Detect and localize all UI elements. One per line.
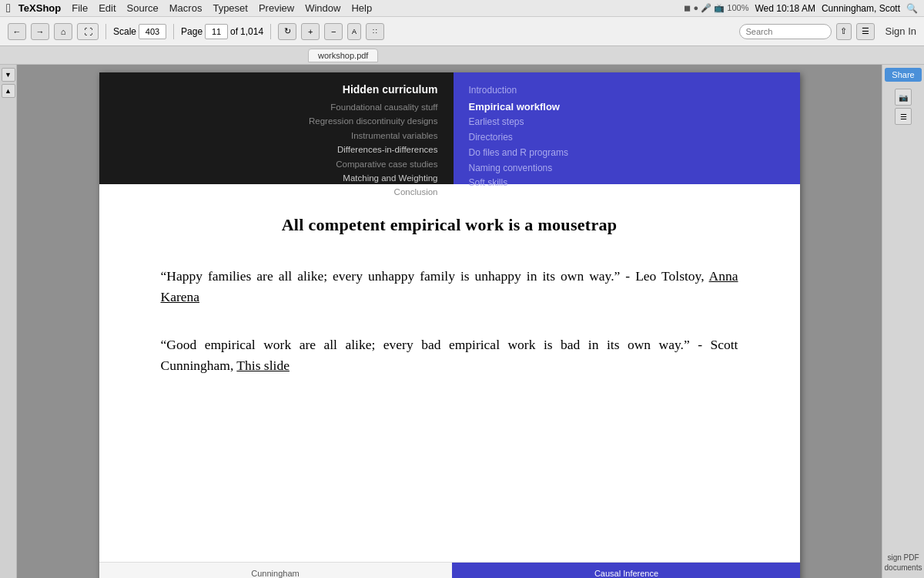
slide-content: All competent empirical work is a mouset… [99, 184, 800, 562]
refresh-btn[interactable]: ↻ [278, 23, 296, 40]
scale-control: Scale [113, 24, 166, 39]
right-nav-item-3: Directories [469, 130, 785, 146]
fit-btn[interactable]: A [347, 23, 361, 40]
quote-block-2: “Good empirical work are all alike; ever… [161, 334, 738, 376]
sep2 [173, 24, 174, 39]
sign-in-button[interactable]: Sign In [886, 25, 916, 37]
nav-item-2: Instrumental variables [351, 129, 438, 143]
sidebar-toggle-btn[interactable]: ☰ [856, 23, 875, 40]
nav-item-1: Regression discontinuity designs [309, 114, 437, 128]
page-of: of [230, 26, 238, 37]
menubar:  TeXShop File Edit Source Macros Typese… [0, 0, 924, 17]
quote-text-1: “Happy families are all alike; every unh… [161, 266, 738, 307]
share-button[interactable]: Share [885, 68, 922, 82]
page-total: 1,014 [240, 26, 263, 37]
menu-source[interactable]: Source [127, 2, 159, 14]
menubar-right: ◼ ● 🎤 📺 100% Wed 10:18 AM Cunningham, Sc… [684, 3, 918, 14]
menu-file[interactable]: File [72, 2, 88, 14]
search-area [739, 24, 832, 39]
menu-macros[interactable]: Macros [169, 2, 203, 14]
right-nav-item-6: Soft skills [469, 176, 785, 191]
search-icon[interactable]: 🔍 [906, 3, 918, 14]
sep3 [270, 24, 271, 39]
slide-header: Hidden curriculum Foundational causality… [99, 72, 800, 184]
slide-footer: Cunningham Causal Inference [99, 562, 800, 578]
apple-menu[interactable]:  [6, 2, 11, 15]
zoom-in-btn[interactable]: + [301, 23, 320, 40]
menu-preview[interactable]: Preview [259, 2, 294, 14]
zoom-out-btn[interactable]: − [324, 23, 343, 40]
nav-item-3: Differences-in-differences [337, 143, 438, 156]
right-nav-item-0: Introduction [469, 83, 785, 99]
pdf-tab-bar: workshop.pdf [0, 46, 924, 65]
pdf-area: Hidden curriculum Foundational causality… [17, 65, 882, 578]
nav-item-0: Foundational causality stuff [330, 100, 437, 114]
menubar-icons: ◼ ● 🎤 📺 100% [684, 3, 748, 13]
search-input[interactable] [739, 24, 832, 39]
right-tool-1[interactable]: 📷 [895, 89, 912, 106]
toolbar: ← → ⌂ ⛶ Scale Page of 1,014 ↻ + − A ∷ ⇧ … [0, 17, 924, 46]
nav-title: Hidden curriculum [343, 83, 438, 96]
menu-edit[interactable]: Edit [99, 2, 116, 14]
sidebar-btn-1[interactable]: ▼ [2, 68, 15, 82]
home-btn[interactable]: ⌂ [54, 23, 72, 40]
pdf-tab[interactable]: workshop.pdf [308, 49, 378, 62]
right-nav-item-5: Naming conventions [469, 161, 785, 176]
menubar-time: Wed 10:18 AM [755, 3, 815, 14]
sidebar-btn-2[interactable]: ▲ [2, 84, 15, 98]
zoom-btn[interactable]: ⛶ [77, 23, 99, 40]
menu-window[interactable]: Window [305, 2, 340, 14]
share-toolbar-btn[interactable]: ⇧ [836, 23, 852, 40]
slide-footer-left: Cunningham [99, 563, 454, 578]
nav-item-5: Matching and Weighting [343, 171, 437, 185]
right-sidebar: Share 📷 ☰ sign PDF documents [882, 65, 924, 578]
page-control: Page of 1,014 [181, 24, 263, 39]
quote-block-1: “Happy families are all alike; every unh… [161, 266, 738, 307]
sep1 [105, 24, 106, 39]
left-sidebar: ▼ ▲ [0, 65, 17, 578]
menu-typeset[interactable]: Typeset [213, 2, 248, 14]
menu-help[interactable]: Help [351, 2, 372, 14]
main-area: ▼ ▲ Hidden curriculum Foundational causa… [0, 65, 924, 578]
scale-input[interactable] [139, 24, 166, 39]
right-nav-item-1: Empirical workflow [469, 99, 785, 115]
nav-item-6: Conclusion [394, 185, 438, 199]
right-tool-2[interactable]: ☰ [895, 108, 912, 125]
page-input[interactable] [205, 24, 228, 39]
menubar-user: Cunningham, Scott [822, 3, 900, 14]
slide-title: All competent empirical work is a mouset… [161, 215, 738, 235]
quote-1-text: “Happy families are all alike; every unh… [161, 268, 709, 284]
pdf-page: Hidden curriculum Foundational causality… [99, 72, 800, 578]
forward-btn[interactable]: → [31, 23, 49, 40]
nav-item-4: Comparative case studies [336, 157, 437, 171]
right-sidebar-lower: sign PDF documents [885, 553, 922, 575]
right-nav-item-4: Do files and R programs [469, 146, 785, 161]
right-nav-item-2: Earliest steps [469, 115, 785, 130]
page-label: Page [181, 26, 203, 37]
quote-2-link: This slide [236, 358, 290, 373]
quote-text-2: “Good empirical work are all alike; ever… [161, 334, 738, 376]
back-btn[interactable]: ← [8, 23, 26, 40]
sign-pdf-btn[interactable]: sign PDF [885, 553, 922, 562]
scale-label: Scale [113, 26, 136, 37]
slide-header-left: Hidden curriculum Foundational causality… [99, 72, 454, 184]
slide-header-right: Introduction Empirical workflow Earliest… [454, 72, 800, 184]
slide-footer-right: Causal Inference [454, 563, 800, 578]
documents-btn[interactable]: documents [885, 563, 922, 572]
grid-btn[interactable]: ∷ [366, 23, 384, 40]
app-name[interactable]: TeXShop [18, 2, 61, 14]
